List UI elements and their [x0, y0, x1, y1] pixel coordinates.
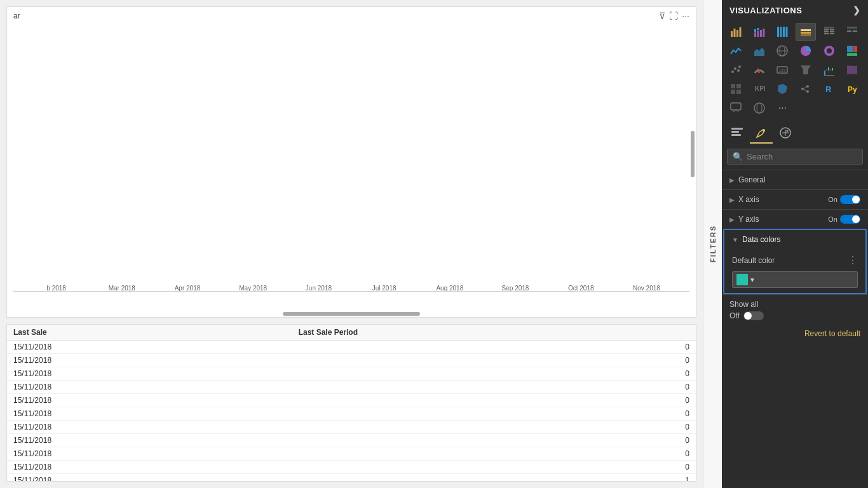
- svg-rect-15: [777, 27, 779, 37]
- viz-icon-table[interactable]: [819, 23, 839, 41]
- viz-icon-r-visual[interactable]: R: [819, 80, 839, 98]
- y-axis-toggle-label: On: [828, 215, 837, 223]
- viz-icon-donut[interactable]: [819, 42, 839, 60]
- cell-value: 0: [292, 381, 696, 394]
- viz-icon-pie[interactable]: [796, 42, 816, 60]
- section-data-colors-header[interactable]: ▼ Data colors: [724, 230, 865, 249]
- section-general-header[interactable]: ▶ General: [722, 170, 868, 189]
- svg-rect-42: [847, 46, 853, 52]
- bar-group: Nov 2018: [616, 282, 677, 292]
- chart-container: ar ⊽ ⛶ ··· b 2018Mar 2018Apr 2018May 201…: [6, 6, 696, 318]
- revert-btn[interactable]: Revert to default: [722, 325, 868, 342]
- default-color-row: Default color ⋮: [732, 254, 858, 266]
- viz-panel-title: VISUALIZATIONS: [729, 6, 802, 15]
- viz-icon-area[interactable]: [749, 42, 770, 60]
- bar-chart-area: b 2018Mar 2018Apr 2018May 2018Jun 2018Ju…: [13, 26, 689, 292]
- section-y-axis-label: Y axis: [738, 215, 824, 224]
- viz-icon-map[interactable]: [772, 42, 792, 60]
- viz-icon-treemap[interactable]: [842, 42, 862, 60]
- chart-scrollbar-h[interactable]: [283, 312, 421, 316]
- viz-icon-bar[interactable]: [726, 23, 746, 41]
- viz-icon-stacked-bar[interactable]: [749, 23, 770, 41]
- viz-icon-more[interactable]: ···: [772, 99, 792, 117]
- x-axis-line: [13, 291, 689, 292]
- svg-text:R: R: [825, 85, 832, 94]
- viz-icon-column-chart[interactable]: [796, 23, 816, 41]
- svg-rect-79: [731, 134, 741, 136]
- section-x-axis-label: X axis: [738, 195, 824, 204]
- viz-icon-matrix[interactable]: [842, 23, 862, 41]
- main-area: ENTERPRISE DNA ar ⊽ ⛶ ··· b 2018Mar 2018…: [0, 0, 703, 488]
- cell-value: 0: [292, 461, 696, 474]
- viz-icon-ribbon[interactable]: [842, 61, 862, 79]
- bar-group: Oct 2018: [551, 282, 611, 292]
- bar-group: Jul 2018: [354, 282, 414, 292]
- section-data-colors-label: Data colors: [742, 235, 858, 244]
- viz-icon-funnel[interactable]: [796, 61, 816, 79]
- search-box[interactable]: 🔍: [727, 149, 863, 165]
- show-all-toggle[interactable]: [743, 311, 764, 320]
- svg-rect-57: [832, 68, 833, 71]
- bar-group: Aug 2018: [419, 282, 480, 292]
- table-row: 15/11/20180: [7, 461, 696, 474]
- color-picker-btn[interactable]: ▼: [732, 271, 858, 288]
- svg-point-48: [738, 65, 741, 68]
- section-x-axis-header[interactable]: ▶ X axis On: [722, 190, 868, 209]
- viz-icon-filled-map[interactable]: [772, 80, 792, 98]
- viz-icon-globe[interactable]: [749, 99, 770, 117]
- viz-icon-scatter[interactable]: [726, 61, 746, 79]
- viz-icon-100-bar[interactable]: [772, 23, 792, 41]
- svg-rect-56: [830, 69, 831, 71]
- viz-panel-chevron[interactable]: ❯: [853, 5, 861, 15]
- bar-group: May 2018: [223, 282, 283, 292]
- svg-rect-20: [801, 29, 811, 31]
- section-y-axis-header[interactable]: ▶ Y axis On: [722, 210, 868, 229]
- viz-icon-waterfall[interactable]: [819, 61, 839, 79]
- bar-group: Apr 2018: [157, 282, 217, 292]
- viz-panel-header: VISUALIZATIONS ❯: [722, 0, 868, 20]
- show-all-label: Show all: [729, 300, 860, 309]
- viz-icon-grid[interactable]: [726, 80, 746, 98]
- viz-panel: VISUALIZATIONS ❯: [722, 0, 868, 488]
- svg-rect-12: [757, 28, 759, 30]
- cell-date: 15/11/2018: [7, 434, 292, 447]
- viz-icon-card[interactable]: 123: [772, 61, 792, 79]
- table-row: 15/11/20180: [7, 421, 696, 434]
- table-row: 15/11/20180: [7, 434, 696, 447]
- color-swatch: [736, 274, 748, 285]
- cell-date: 15/11/2018: [7, 421, 292, 434]
- more-icon[interactable]: ···: [682, 11, 689, 21]
- viz-icon-line[interactable]: [726, 42, 746, 60]
- tab-fields[interactable]: [726, 123, 749, 144]
- svg-rect-28: [830, 33, 834, 34]
- svg-marker-64: [778, 84, 787, 94]
- svg-rect-25: [824, 31, 829, 32]
- svg-rect-62: [736, 90, 741, 94]
- svg-rect-55: [828, 67, 829, 71]
- filter-icon[interactable]: ⊽: [659, 11, 665, 21]
- color-dropdown-icon: ▼: [749, 276, 756, 283]
- viz-icon-qa[interactable]: [726, 99, 746, 117]
- viz-icon-gauge[interactable]: [749, 61, 770, 79]
- x-axis-toggle[interactable]: [840, 195, 860, 204]
- search-input[interactable]: [747, 152, 857, 161]
- viz-icon-kpi[interactable]: KPI: [749, 80, 770, 98]
- tab-analytics[interactable]: [774, 123, 797, 144]
- y-axis-toggle[interactable]: [840, 215, 860, 224]
- svg-rect-61: [731, 90, 735, 94]
- svg-rect-59: [731, 84, 735, 88]
- filters-panel[interactable]: FILTERS: [703, 0, 722, 488]
- show-all-toggle-row: Off: [729, 311, 860, 320]
- chart-scrollbar-v[interactable]: [691, 131, 695, 177]
- tab-format[interactable]: [750, 123, 773, 144]
- viz-icon-python-visual[interactable]: Py: [842, 80, 862, 98]
- format-tabs: [722, 119, 868, 144]
- more-options-btn[interactable]: ⋮: [848, 254, 858, 266]
- expand-icon[interactable]: ⛶: [669, 11, 678, 21]
- viz-icon-decomp-tree[interactable]: [796, 80, 816, 98]
- svg-rect-43: [853, 46, 857, 52]
- chevron-right-y-icon: ▶: [729, 216, 735, 223]
- section-x-axis: ▶ X axis On: [722, 189, 868, 209]
- bar-group: Jun 2018: [288, 282, 349, 292]
- svg-rect-24: [830, 29, 834, 30]
